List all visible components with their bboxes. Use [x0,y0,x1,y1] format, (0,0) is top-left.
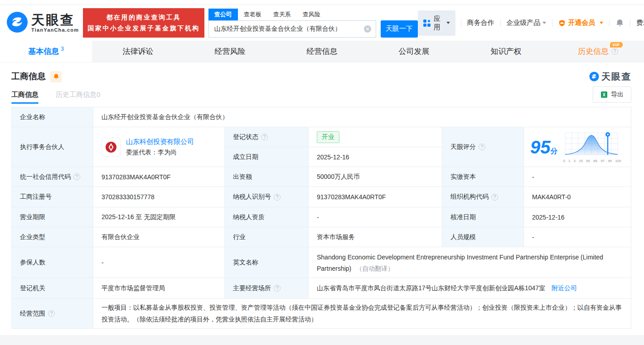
apps-menu[interactable]: 应用 [418,10,455,36]
partner-company-logo[interactable] [102,138,121,157]
menu-item-business-cooperation[interactable]: 商务合作 [461,19,500,27]
menu-item-enterprise-product[interactable]: 企业级产品 [500,19,552,27]
tianyancha-logo[interactable]: 天眼查 TianYanCha.com [6,11,79,35]
score-number: 95 [530,137,551,157]
help-icon[interactable]: ? [261,134,268,140]
score-axis-ticks: 0131550859799100 [562,159,622,163]
field-value-paid-capital: - [524,167,631,187]
search-area: 查公司 查老板 查关系 查风险 ✕ 天眼一下 [208,9,418,38]
address-text: 山东省青岛市平度市凤台街道太原路17号山东财经大学平度创新创业园A栋1047室 [317,284,545,292]
field-value-insured-count: - [93,247,225,278]
field-label-address: 主要经营场所 ? [225,278,309,299]
apps-grid-icon [423,19,431,27]
help-icon[interactable]: ? [274,194,281,201]
chevron-down-icon [542,22,546,24]
clear-search-icon[interactable]: ✕ [364,25,371,33]
field-label-business-scope: 经营范围 ? [12,299,93,329]
tab-company-development[interactable]: 公司发展 [368,41,460,62]
export-button[interactable]: 导出 [593,86,631,103]
business-info-table: 企业名称 山东经开创业投资基金合伙企业（有限合伙） 执行事务合伙人 山东科创投资… [11,107,631,329]
top-strip [0,0,644,5]
field-label-taxpayer-id: 纳税人识别号 ? [225,187,309,207]
tab-intellectual-property[interactable]: 知识产权 [460,41,552,62]
username: 费米 [636,19,644,27]
partner-info: 山东科创投资有限公司 委派代表：李为尚 [126,138,194,157]
field-label-reg-status: 登记状态 ? [225,127,309,147]
watermark-logo-icon [589,72,599,81]
menu-item-vip[interactable]: 开通会员 [552,19,609,27]
field-label-tyc-score: 天眼评分 ? [442,127,524,167]
field-value-establish-date: 2025-12-16 [309,147,442,167]
help-icon[interactable]: ? [73,173,80,180]
field-value-address: 山东省青岛市平度市凤台街道太原路17号山东财经大学平度创新创业园A栋1047室 … [309,278,631,299]
field-label-english-name: 英文名称 [225,247,309,278]
field-value-business-scope: 一般项目：以私募基金从事股权投资、投资管理、资产管理等活动（须在中国证券投资基金… [93,299,631,329]
field-label-insured-count: 参保人数 [12,247,93,278]
field-label-reg-number: 工商注册号 [12,187,93,207]
watermark-text: 天眼查 [601,71,631,83]
header-menu: 应用 商务合作 企业级产品 开通会员 费米 [418,10,644,36]
tab-basic-info-label: 基本信息 [28,46,59,57]
help-icon[interactable]: ? [491,194,498,201]
search-tab-relation[interactable]: 查关系 [267,9,297,20]
promo-banner: 都在用的商业查询工具 国家中小企业发展子基金旗下机构 [83,8,204,37]
field-label-company-name: 企业名称 [12,107,93,127]
reg-status-label: 登记状态 [233,133,258,141]
logo-domain: TianYanCha.com [31,28,79,33]
field-label-staff-size: 人员规模 [442,227,524,247]
field-label-org-code: 组织机构代码 ? [442,187,524,207]
field-label-approval-date: 核准日期 [442,207,524,227]
enterprise-product-label: 企业级产品 [506,19,540,27]
vip-badge: VIP [610,42,623,48]
field-label-credit-code: 统一社会信用代码 ? [12,167,93,187]
score-unit: 分 [551,147,558,155]
field-label-company-type: 企业类型 [12,227,93,247]
field-value-taxpayer-quality: - [309,207,442,227]
subscribe-bell-icon[interactable] [50,71,62,82]
user-menu[interactable]: 费米 [630,19,644,27]
field-value-business-term: 2025-12-16 至 无固定期限 [93,207,225,227]
score-number-wrap: 95分 [530,138,558,156]
tab-basic-info[interactable]: 基本信息 3 [0,41,92,62]
subtab-business-info[interactable]: 工商信息 [11,84,39,105]
help-icon[interactable]: ? [611,48,618,55]
subtab-history-business-info[interactable]: 历史工商信息0 [56,84,100,105]
help-icon[interactable]: ? [274,285,281,292]
partner-company-link[interactable]: 山东科创投资有限公司 [126,138,194,145]
search-input[interactable] [209,21,376,37]
field-value-staff-size: - [524,227,631,247]
field-value-executive-partner: 山东科创投资有限公司 委派代表：李为尚 [93,127,225,167]
field-value-reg-authority: 平度市市场监督管理局 [93,278,225,299]
search-tab-boss[interactable]: 查老板 [238,9,267,20]
vip-label: 开通会员 [568,19,595,27]
auto-translate-note: （自动翻译） [356,265,394,272]
partner-representative: 委派代表：李为尚 [126,149,194,157]
field-value-tyc-score[interactable]: 95分 [524,127,631,167]
tab-operating-info[interactable]: 经营信息 [276,41,368,62]
page: 天眼查 TianYanCha.com 都在用的商业查询工具 国家中小企业发展子基… [0,0,644,345]
promo-banner-line2: 国家中小企业发展子基金旗下机构 [87,23,200,34]
status-date-stack: 登记状态 ? 开业 成立日期 2025-12-16 [225,127,442,167]
field-value-org-code: MAK4A0RT-0 [524,187,631,207]
logo-name: 天眼查 [31,13,79,27]
help-icon[interactable]: ? [48,310,55,317]
field-value-reg-status: 开业 [309,127,442,147]
excel-icon [600,91,608,98]
tianyancha-logo-icon [6,11,28,35]
tab-history-info[interactable]: VIP 历史信息 ? [552,41,644,62]
field-value-company-name: 山东经开创业投资基金合伙企业（有限合伙） [93,107,631,127]
tyc-score-label: 天眼评分 [450,143,476,151]
score-distribution-chart: 0131550859799100 [562,131,622,163]
search-row: ✕ 天眼一下 [208,20,418,38]
tab-operating-risk[interactable]: 经营风险 [184,41,276,62]
nearby-companies-link[interactable]: 附近公司 [552,284,577,292]
company-nav-tabs: 基本信息 3 法律诉讼 经营风险 经营信息 公司发展 知识产权 VIP 历史信息… [0,41,644,62]
search-tab-risk[interactable]: 查风险 [297,9,326,20]
tab-legal-litigation[interactable]: 法律诉讼 [92,41,184,62]
search-button[interactable]: 天眼一下 [381,20,418,38]
notification-bell-icon[interactable] [610,19,630,27]
help-icon[interactable]: ? [479,144,485,150]
field-value-contribution: 50000万人民币 [309,167,442,187]
search-tab-company[interactable]: 查公司 [208,9,238,20]
field-label-business-term: 营业期限 [12,207,93,227]
